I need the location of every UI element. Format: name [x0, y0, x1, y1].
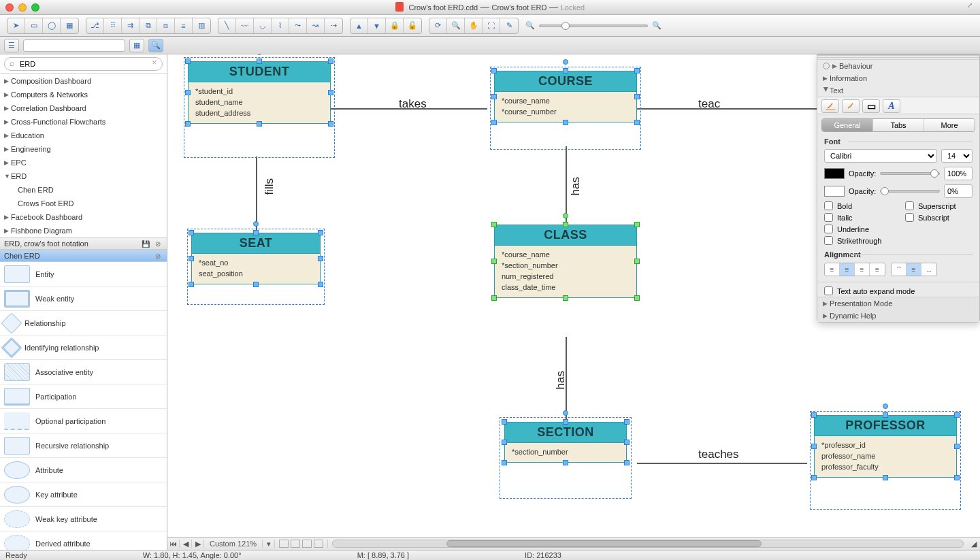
- polyline-tool-icon[interactable]: ⌇: [272, 18, 289, 33]
- lock-icon[interactable]: 🔒: [386, 18, 404, 33]
- tree-item[interactable]: ▶Fishbone Diagram: [0, 224, 167, 237]
- entity-professor[interactable]: PROFESSOR *professor_id professor_name p…: [814, 415, 957, 478]
- pointer-tool-icon[interactable]: ➤: [7, 18, 25, 33]
- tab-more[interactable]: More: [924, 119, 975, 131]
- entity-student[interactable]: STUDENT *student_id student_name student…: [188, 61, 331, 124]
- library-header-chen[interactable]: Chen ERD ⊘: [0, 250, 167, 262]
- group-icon[interactable]: ⧉: [140, 18, 157, 33]
- bg-opacity-input[interactable]: [944, 184, 973, 198]
- tree-item[interactable]: ▶Computers & Networks: [0, 88, 167, 101]
- align-middle-icon[interactable]: ≡: [906, 263, 921, 276]
- table-tool-icon[interactable]: ▦: [61, 18, 78, 33]
- lib-item[interactable]: Key attribute: [0, 482, 167, 507]
- tab-tabs[interactable]: Tabs: [873, 119, 924, 131]
- subbar-input[interactable]: [23, 39, 125, 52]
- bg-color-swatch[interactable]: [824, 186, 845, 197]
- lib-item[interactable]: Associative entity: [0, 360, 167, 384]
- distribute-icon[interactable]: ⇉: [122, 18, 140, 33]
- tree-item[interactable]: ▶Correlation Dashboard: [0, 101, 167, 115]
- lib-item[interactable]: Attribute: [0, 458, 167, 482]
- rotate-handle-icon[interactable]: [253, 221, 259, 227]
- zoom-fit-icon[interactable]: 🔍: [447, 18, 465, 33]
- zoom-readout[interactable]: Custom 121%: [204, 540, 263, 548]
- align-center-icon[interactable]: ≡: [840, 263, 855, 276]
- library-toggle-icon[interactable]: ☰: [4, 39, 19, 52]
- rotate-handle-icon[interactable]: [257, 54, 262, 55]
- accordion-information[interactable]: ▶Information: [817, 72, 979, 84]
- ellipse-tool-icon[interactable]: ◯: [43, 18, 61, 33]
- tree-item[interactable]: ▶Facebook Dashboard: [0, 210, 167, 224]
- chain-layout-icon[interactable]: ⠿: [104, 18, 122, 33]
- text-opacity-slider[interactable]: [880, 172, 940, 175]
- align-bottom-icon[interactable]: ⎵: [921, 263, 936, 276]
- rotate-handle-icon[interactable]: [563, 59, 568, 65]
- lib-item[interactable]: Optional participation: [0, 409, 167, 433]
- tree-item[interactable]: ▶Engineering: [0, 142, 167, 156]
- lib-item[interactable]: Weak entity: [0, 286, 167, 311]
- snap-icon[interactable]: ▥: [193, 18, 210, 33]
- zoom-in-icon[interactable]: 🔍: [652, 21, 662, 30]
- accordion-text[interactable]: ▶Text: [817, 84, 979, 97]
- subscript-checkbox[interactable]: [905, 213, 914, 222]
- pan-icon[interactable]: ✋: [465, 18, 483, 33]
- text-color-swatch[interactable]: [824, 168, 845, 179]
- rotate-handle-icon[interactable]: [883, 403, 888, 409]
- arc-tool-icon[interactable]: ◡: [254, 18, 272, 33]
- font-size-select[interactable]: 14: [941, 149, 973, 163]
- entity-section[interactable]: SECTION *section_number: [504, 422, 627, 463]
- bg-opacity-slider[interactable]: [880, 190, 940, 193]
- unlock-icon[interactable]: 🔓: [404, 18, 421, 33]
- close-lib-icon[interactable]: ⊘: [153, 251, 163, 261]
- align-justify-icon[interactable]: ≡: [870, 263, 885, 276]
- rotate-handle-icon[interactable]: [563, 213, 568, 218]
- line-tool-icon[interactable]: ╲: [218, 18, 236, 33]
- search-mode-icon[interactable]: 🔍: [148, 39, 163, 52]
- text-opacity-input[interactable]: [944, 167, 973, 180]
- auto-expand-checkbox[interactable]: [824, 286, 833, 295]
- back-icon[interactable]: ▼: [368, 18, 386, 33]
- zoom-menu-icon[interactable]: ▾: [263, 540, 275, 548]
- tree-item[interactable]: Chen ERD: [0, 183, 167, 197]
- tree-item[interactable]: ▶EPC: [0, 156, 167, 169]
- lib-item[interactable]: Relationship: [0, 311, 167, 335]
- font-family-select[interactable]: Calibri: [824, 149, 937, 163]
- hscroll-thumb[interactable]: [446, 540, 762, 547]
- zoom-thumb[interactable]: [561, 22, 570, 30]
- align-top-icon[interactable]: ⎴: [892, 263, 906, 276]
- accordion-presentation[interactable]: ▶Presentation Mode: [817, 297, 979, 310]
- view-mode-2-icon[interactable]: [291, 540, 300, 548]
- close-lib-icon[interactable]: ⊘: [153, 239, 163, 248]
- strikethrough-checkbox[interactable]: [824, 236, 833, 245]
- tree-layout-icon[interactable]: ⎇: [86, 18, 104, 33]
- italic-checkbox[interactable]: [824, 213, 833, 222]
- rect-tool-icon[interactable]: ▭: [25, 18, 43, 33]
- sidebar-search-input[interactable]: [4, 57, 163, 71]
- lib-item[interactable]: Derived attribute: [0, 531, 167, 550]
- lib-item[interactable]: Participation: [0, 384, 167, 409]
- align-left-icon[interactable]: ≡: [825, 263, 840, 276]
- tab-general[interactable]: General: [822, 119, 873, 131]
- tree-item[interactable]: ▶Education: [0, 129, 167, 142]
- rotate-handle-icon[interactable]: [563, 410, 568, 416]
- next-page-icon[interactable]: ▶: [192, 540, 204, 548]
- box-icon[interactable]: ▭: [862, 99, 880, 113]
- accordion-behaviour[interactable]: ▶Behaviour: [817, 60, 979, 72]
- fullscreen-icon[interactable]: ⤢: [962, 1, 977, 12]
- select-icon[interactable]: ⛶: [483, 18, 500, 33]
- lib-item[interactable]: Entity: [0, 262, 167, 286]
- conn1-icon[interactable]: ⤳: [289, 18, 307, 33]
- zoom-slider[interactable]: 🔍 🔍: [525, 21, 662, 30]
- ungroup-icon[interactable]: ⧈: [157, 18, 175, 33]
- library-header-crowfoot[interactable]: ERD, crow's foot notation 💾⊘: [0, 237, 167, 250]
- tree-item[interactable]: ▶Cross-Functional Flowcharts: [0, 115, 167, 129]
- lib-item[interactable]: Identifying relationship: [0, 335, 167, 360]
- bold-checkbox[interactable]: [824, 201, 833, 210]
- align-right-icon[interactable]: ≡: [855, 263, 870, 276]
- tree-item[interactable]: ▶Composition Dashboard: [0, 74, 167, 88]
- superscript-checkbox[interactable]: [905, 201, 914, 210]
- resize-grip-icon[interactable]: ◢: [968, 540, 980, 548]
- highlight-icon[interactable]: ⟋: [842, 99, 860, 113]
- tree-item[interactable]: ▼ERD: [0, 169, 167, 183]
- refresh-icon[interactable]: ⟳: [429, 18, 447, 33]
- view-mode-3-icon[interactable]: [302, 540, 312, 548]
